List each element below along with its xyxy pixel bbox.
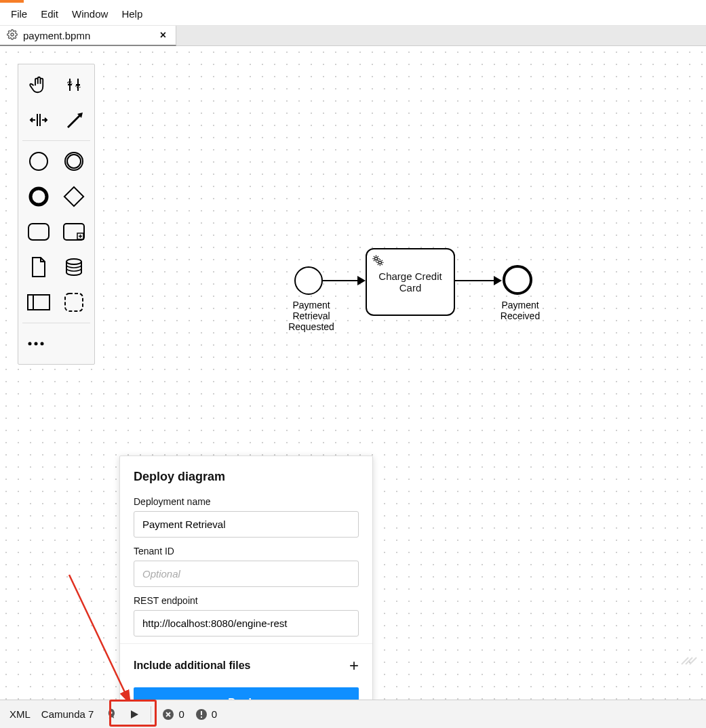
menu-edit[interactable]: Edit	[34, 5, 65, 22]
arrowhead-icon	[494, 276, 502, 285]
svg-point-27	[378, 261, 381, 264]
errors-count: 0	[178, 708, 184, 720]
tenant-id-label: Tenant ID	[134, 546, 359, 557]
include-files-label: Include additional files	[134, 660, 250, 672]
rest-endpoint-input[interactable]	[134, 610, 359, 636]
gear-icon	[7, 29, 18, 42]
warning-circle-icon	[195, 708, 208, 721]
end-event[interactable]	[503, 265, 532, 295]
sequence-flow-1[interactable]	[323, 280, 358, 281]
canvas[interactable]: Payment Retrieval Requested Charge Credi…	[0, 46, 706, 700]
svg-rect-31	[201, 711, 202, 715]
statusbar: XML Camunda 7 0 0	[0, 700, 706, 728]
sequence-flow-2[interactable]	[455, 280, 494, 281]
xml-toggle[interactable]: XML	[9, 708, 31, 720]
task-label: Charge Credit Card	[370, 270, 451, 294]
svg-point-0	[11, 33, 14, 36]
arrowhead-icon	[357, 276, 366, 285]
warnings-indicator[interactable]: 0	[195, 708, 217, 721]
warnings-count: 0	[212, 708, 217, 720]
menu-help[interactable]: Help	[115, 5, 149, 22]
menubar: File Edit Window Help	[0, 3, 706, 26]
error-circle-icon	[162, 708, 174, 721]
start-event-label: Payment Retrieval Requested	[284, 300, 338, 332]
tab-title: payment.bpmn	[23, 30, 152, 41]
close-icon[interactable]: ×	[157, 29, 169, 41]
start-event[interactable]	[294, 266, 323, 295]
tenant-id-input[interactable]	[134, 561, 359, 587]
tab-payment-bpmn[interactable]: payment.bpmn ×	[0, 26, 176, 46]
deployment-name-label: Deployment name	[134, 496, 359, 507]
end-event-label: Payment Received	[496, 300, 544, 321]
errors-indicator[interactable]: 0	[162, 708, 184, 721]
deployment-name-input[interactable]	[134, 511, 359, 538]
svg-rect-32	[201, 716, 202, 718]
engine-label[interactable]: Camunda 7	[41, 708, 94, 720]
annotation-highlight	[109, 700, 157, 727]
menu-file[interactable]: File	[4, 5, 34, 22]
rest-endpoint-label: REST endpoint	[134, 595, 359, 606]
service-task-icon	[371, 254, 385, 269]
resize-grip-icon	[680, 656, 698, 666]
menu-window[interactable]: Window	[65, 5, 115, 22]
add-file-button[interactable]: +	[349, 656, 359, 675]
deploy-dialog: Deploy diagram Deployment name Tenant ID…	[119, 456, 373, 728]
svg-point-26	[374, 257, 377, 260]
include-files-row: Include additional files +	[120, 643, 372, 687]
deploy-dialog-title: Deploy diagram	[134, 470, 359, 484]
tabbar: payment.bpmn ×	[0, 26, 706, 46]
service-task-charge-credit-card[interactable]: Charge Credit Card	[366, 248, 455, 316]
